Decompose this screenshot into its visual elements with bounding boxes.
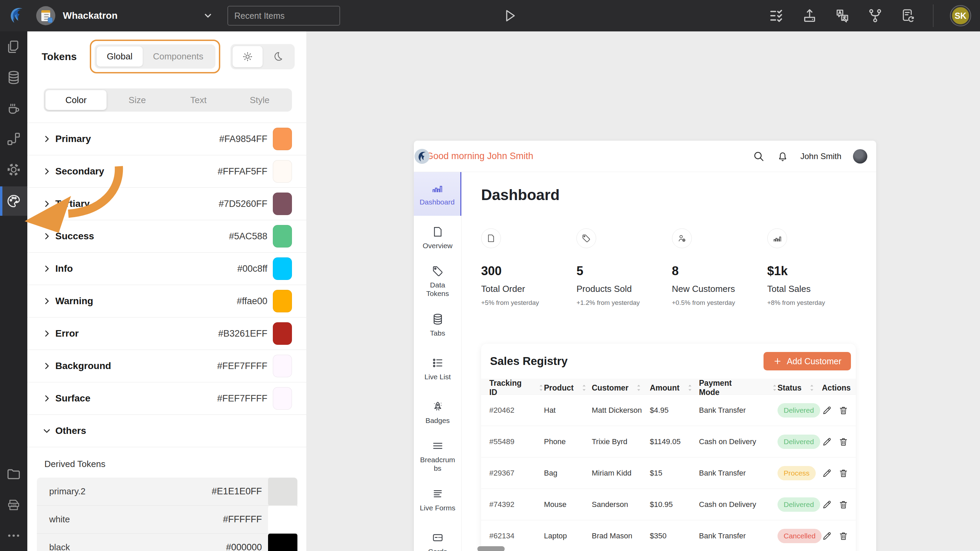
- rail-database-icon[interactable]: [0, 66, 27, 89]
- token-row-others[interactable]: Others: [27, 415, 306, 447]
- sort-icon[interactable]: [809, 384, 815, 392]
- bell-icon[interactable]: [776, 150, 789, 162]
- sort-icon[interactable]: [636, 384, 642, 392]
- user-avatar[interactable]: SK: [951, 6, 970, 25]
- horizontal-scrollbar-thumb[interactable]: [477, 546, 505, 551]
- col-product: Product: [544, 383, 574, 392]
- sort-icon[interactable]: [687, 384, 693, 392]
- nav-item-overview[interactable]: Overview: [414, 216, 461, 259]
- delete-icon[interactable]: [838, 499, 848, 510]
- token-row-surface[interactable]: Surface #FEF7FFFF: [27, 383, 306, 415]
- nav-item-breadcrumbs[interactable]: Breadcrumbs: [414, 434, 461, 478]
- upload-icon[interactable]: [802, 8, 818, 24]
- project-switcher[interactable]: Whackatron: [36, 6, 213, 25]
- delete-icon[interactable]: [838, 437, 848, 447]
- stat-products-sold: 5 Products Sold +1.2% from yesterday: [576, 229, 672, 306]
- edit-icon[interactable]: [822, 468, 832, 478]
- edit-icon[interactable]: [822, 405, 832, 416]
- token-row-warning[interactable]: Warning #ffae00: [27, 285, 306, 318]
- dark-theme-button[interactable]: [262, 46, 293, 67]
- sort-icon[interactable]: [538, 384, 544, 392]
- token-swatch[interactable]: [273, 128, 292, 150]
- scope-toggle: Global Components: [95, 44, 216, 68]
- token-label: Others: [55, 426, 86, 436]
- token-swatch[interactable]: [273, 290, 292, 312]
- project-icon: [36, 6, 55, 25]
- scope-tab-global[interactable]: Global: [97, 46, 143, 67]
- nav-item-live-forms[interactable]: Live Forms: [414, 478, 461, 522]
- delete-icon[interactable]: [838, 468, 848, 478]
- nav-item-data-tokens[interactable]: Data Tokens: [414, 259, 461, 303]
- tab-color[interactable]: Color: [45, 90, 107, 110]
- scope-tab-components[interactable]: Components: [143, 46, 213, 67]
- token-swatch[interactable]: [273, 355, 292, 377]
- rail-log-icon[interactable]: [0, 494, 27, 516]
- run-preview-button[interactable]: [501, 8, 518, 24]
- token-row-tertiary[interactable]: Tertiary #7D5260FF: [27, 188, 306, 220]
- recent-items-input[interactable]: [228, 6, 340, 25]
- delete-icon[interactable]: [838, 531, 848, 541]
- chevron-right-icon: [42, 362, 51, 370]
- nav-label: Breadcrumbs: [420, 456, 455, 473]
- stats-row: 300 Total Order +5% from yesterday 5 Pro…: [481, 229, 862, 306]
- cell-product: Hat: [544, 406, 592, 415]
- tab-text[interactable]: Text: [168, 90, 229, 110]
- token-swatch[interactable]: [273, 192, 292, 215]
- edit-icon[interactable]: [822, 437, 832, 447]
- rail-flow-icon[interactable]: [0, 128, 27, 150]
- rail-more-icon[interactable]: [0, 524, 27, 547]
- token-row-primary[interactable]: Primary #FA9854FF: [27, 123, 306, 155]
- sort-icon[interactable]: [581, 384, 587, 392]
- col-amount: Amount: [650, 383, 679, 392]
- app-logo-icon[interactable]: [7, 6, 27, 25]
- token-swatch[interactable]: [273, 257, 292, 280]
- rail-pages-icon[interactable]: [0, 35, 27, 58]
- cell-product: Phone: [544, 437, 592, 446]
- nav-item-badges[interactable]: Badges: [414, 391, 461, 434]
- checklist-icon[interactable]: [769, 8, 785, 24]
- derived-swatch[interactable]: [268, 506, 298, 534]
- translate-icon[interactable]: [835, 8, 850, 24]
- search-icon[interactable]: [752, 150, 765, 162]
- token-row-background[interactable]: Background #FEF7FFFF: [27, 350, 306, 383]
- rail-coffee-icon[interactable]: [0, 97, 27, 119]
- derived-swatch[interactable]: [268, 534, 298, 551]
- derived-name: black: [49, 542, 70, 551]
- token-row-secondary[interactable]: Secondary #FFFAF5FF: [27, 155, 306, 188]
- sort-icon[interactable]: [772, 384, 778, 392]
- delete-icon[interactable]: [838, 405, 848, 416]
- derived-row-primary2[interactable]: primary.2 #E1E1E0FF: [37, 478, 298, 506]
- branch-icon[interactable]: [867, 8, 883, 24]
- rail-palette-icon[interactable]: [0, 186, 27, 216]
- derived-row-white[interactable]: white #FFFFFF: [37, 506, 298, 534]
- token-row-error[interactable]: Error #B3261EFF: [27, 318, 306, 350]
- chevron-down-icon[interactable]: [203, 11, 213, 21]
- derived-swatch[interactable]: [268, 478, 298, 506]
- edit-icon[interactable]: [822, 499, 832, 510]
- avatar[interactable]: [853, 149, 867, 164]
- token-swatch[interactable]: [273, 387, 292, 410]
- nav-label: Live List: [420, 372, 455, 381]
- token-swatch[interactable]: [273, 322, 292, 345]
- nav-label: Live Forms: [420, 503, 455, 512]
- token-row-info[interactable]: Info #00c8ff: [27, 252, 306, 285]
- stat-new-customers: 8 New Customers +0.5% from yesterday: [672, 229, 767, 306]
- edit-icon[interactable]: [822, 531, 832, 541]
- nav-item-tabs[interactable]: Tabs: [414, 303, 461, 347]
- token-row-success[interactable]: Success #5AC588: [27, 220, 306, 252]
- tab-size[interactable]: Size: [107, 90, 168, 110]
- nav-item-live-list[interactable]: Live List: [414, 347, 461, 391]
- nav-item-dashboard[interactable]: Dashboard: [414, 172, 461, 216]
- file-sync-icon[interactable]: [900, 8, 916, 24]
- rail-folder-icon[interactable]: [0, 463, 27, 486]
- tab-style[interactable]: Style: [229, 90, 290, 110]
- token-swatch[interactable]: [273, 160, 292, 183]
- derived-row-black[interactable]: black #000000: [37, 534, 298, 551]
- rail-settings-icon[interactable]: [0, 159, 27, 181]
- cell-product: Bag: [544, 469, 592, 478]
- light-theme-button[interactable]: [232, 46, 262, 67]
- token-swatch[interactable]: [273, 225, 292, 248]
- add-customer-button[interactable]: Add Customer: [764, 352, 851, 370]
- nav-item-cards[interactable]: Cards: [414, 522, 461, 551]
- stat-label: New Customers: [672, 284, 767, 294]
